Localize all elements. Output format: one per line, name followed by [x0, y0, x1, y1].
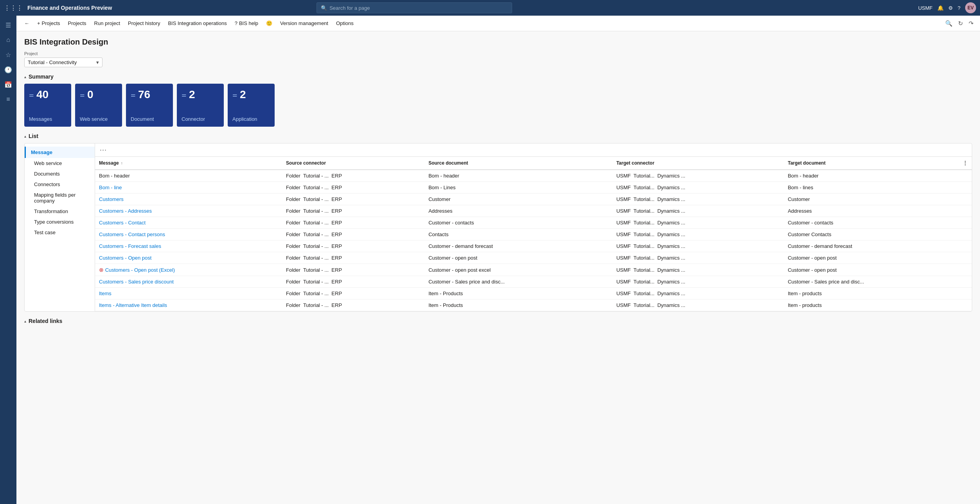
summary-card-messages[interactable]: ⚌ 40 Messages — [24, 84, 71, 127]
table-row: Customers - Open post Folder Tutorial - … — [95, 252, 972, 264]
sidebar-calendar-icon[interactable]: 📅 — [2, 78, 14, 91]
summary-section-header[interactable]: ▴ Summary — [24, 74, 972, 80]
cell-source-connector: Folder Tutorial - ... ERP — [282, 229, 424, 240]
page-content: BIS Integration Design Project Tutorial … — [16, 31, 980, 504]
col-header-source-connector[interactable]: Source connector — [282, 157, 424, 170]
table-row: Customers - Contact persons Folder Tutor… — [95, 229, 972, 240]
emoji-button[interactable]: 🙂 — [263, 19, 275, 28]
cell-target-document: Customer - demand forecast — [784, 240, 972, 252]
refresh-button[interactable]: ↻ — [957, 18, 965, 29]
list-nav-transformation[interactable]: Transformation — [25, 206, 95, 217]
toolbar-ellipsis[interactable]: ··· — [100, 146, 107, 154]
message-value[interactable]: Bom - line — [99, 185, 122, 190]
sidebar-home-icon[interactable]: ⌂ — [2, 34, 14, 46]
cell-source-document: Customer - open post — [424, 252, 612, 264]
topbar: ⋮⋮⋮ Finance and Operations Preview 🔍 Sea… — [0, 0, 980, 16]
message-value[interactable]: Customers - Contact persons — [99, 231, 165, 237]
search-placeholder: Search for a page — [329, 5, 370, 11]
list-nav-message[interactable]: Message — [25, 147, 95, 158]
table-scroll[interactable]: Message ↑ Source connector — [95, 157, 972, 311]
card-number: 40 — [36, 88, 49, 101]
message-value[interactable]: Customers - Addresses — [99, 208, 152, 214]
tally-icon: ⚌ — [131, 91, 136, 98]
summary-card-connector[interactable]: ⚌ 2 Connector — [177, 84, 224, 127]
message-value[interactable]: Customers - Sales price discount — [99, 279, 174, 285]
cell-message[interactable]: Customers - Contact persons — [95, 229, 282, 240]
data-table: Message ↑ Source connector — [95, 157, 972, 311]
add-projects-button[interactable]: + Projects — [34, 19, 63, 28]
main-area: ← + Projects Projects Run project Projec… — [16, 16, 980, 504]
cell-source-document: Addresses — [424, 205, 612, 217]
cell-message[interactable]: ⊗ Customers - Open post (Excel) — [95, 264, 282, 276]
card-icon-num: ⚌ 0 — [80, 88, 94, 101]
options-button[interactable]: Options — [333, 19, 357, 28]
col-header-target-document[interactable]: Target document ⋮ — [784, 157, 972, 170]
table-row: Items - Alternative Item details Folder … — [95, 300, 972, 311]
search-bar[interactable]: 🔍 Search for a page — [316, 2, 512, 13]
list-nav-webservice[interactable]: Web service — [25, 158, 95, 169]
help-circle-icon: ? — [235, 20, 237, 26]
card-label: Web service — [80, 116, 108, 122]
list-nav-documents[interactable]: Documents — [25, 169, 95, 179]
search-nav-button[interactable]: 🔍 — [944, 18, 954, 29]
summary-card-webservice[interactable]: ⚌ 0 Web service — [75, 84, 122, 127]
summary-card-document[interactable]: ⚌ 76 Document — [126, 84, 173, 127]
cell-message[interactable]: Items - Alternative Item details — [95, 300, 282, 311]
run-project-button[interactable]: Run project — [91, 19, 123, 28]
message-value[interactable]: Items - Alternative Item details — [99, 302, 167, 308]
cell-message[interactable]: Customers - Sales price discount — [95, 276, 282, 288]
bis-help-button[interactable]: ? BIS help — [232, 19, 261, 28]
cell-message[interactable]: Customers - Forecast sales — [95, 240, 282, 252]
help-icon[interactable]: ? — [958, 5, 960, 11]
project-value: Tutorial - Connectivity — [28, 59, 77, 65]
sidebar-favorites-icon[interactable]: ☆ — [2, 48, 14, 61]
column-menu-icon[interactable]: ⋮ — [962, 160, 968, 166]
col-header-message[interactable]: Message ↑ — [95, 157, 282, 170]
cell-message[interactable]: Bom - line — [95, 182, 282, 194]
cell-message[interactable]: Customers - Contact — [95, 217, 282, 229]
project-history-button[interactable]: Project history — [125, 19, 163, 28]
col-header-source-document[interactable]: Source document — [424, 157, 612, 170]
cell-target-document: Addresses — [784, 205, 972, 217]
list-nav-connectors[interactable]: Connectors — [25, 179, 95, 190]
message-value[interactable]: Customers - Contact — [99, 220, 146, 226]
message-value[interactable]: Customers - Forecast sales — [99, 243, 161, 249]
sidebar-left: ☰ ⌂ ☆ 🕐 📅 ≡ — [0, 16, 16, 504]
cell-source-connector: Folder Tutorial - ... ERP — [282, 252, 424, 264]
version-management-button[interactable]: Version management — [277, 19, 331, 28]
summary-card-application[interactable]: ⚌ 2 Application — [228, 84, 275, 127]
avatar[interactable]: EV — [965, 2, 976, 13]
sidebar-recent-icon[interactable]: 🕐 — [2, 63, 14, 76]
message-value[interactable]: Customers - Open post (Excel) — [105, 267, 175, 273]
back-button[interactable]: ← — [21, 19, 32, 28]
message-value[interactable]: Customers — [99, 196, 124, 202]
cell-message[interactable]: Customers — [95, 194, 282, 205]
sidebar-list-icon[interactable]: ≡ — [2, 93, 14, 106]
related-links-header[interactable]: ▴ Related links — [24, 318, 972, 324]
list-section-header[interactable]: ▴ List — [24, 133, 972, 139]
cell-message[interactable]: Customers - Open post — [95, 252, 282, 264]
summary-chevron-icon: ▴ — [24, 75, 26, 79]
card-number: 0 — [87, 88, 94, 101]
cell-target-document: Customer - open post — [784, 264, 972, 276]
gear-icon[interactable]: ⚙ — [948, 5, 953, 11]
project-selector[interactable]: Tutorial - Connectivity ▾ — [24, 57, 102, 67]
list-nav-mapping[interactable]: Mapping fields per company — [25, 190, 95, 206]
col-header-target-connector[interactable]: Target connector — [612, 157, 784, 170]
cell-message[interactable]: Customers - Addresses — [95, 205, 282, 217]
projects-button[interactable]: Projects — [65, 19, 90, 28]
card-icon-num: ⚌ 40 — [29, 88, 49, 101]
table-row: Customers Folder Tutorial - ... ERP Cust… — [95, 194, 972, 205]
message-value[interactable]: Customers - Open post — [99, 255, 151, 261]
cell-message[interactable]: Items — [95, 288, 282, 300]
bis-integration-button[interactable]: BIS Integration operations — [165, 19, 230, 28]
message-value[interactable]: Items — [99, 291, 111, 296]
list-nav-type_conversions[interactable]: Type conversions — [25, 217, 95, 227]
grid-icon[interactable]: ⋮⋮⋮ — [4, 4, 23, 12]
bell-icon[interactable]: 🔔 — [937, 5, 944, 11]
list-nav-test_case[interactable]: Test case — [25, 227, 95, 238]
page-title: BIS Integration Design — [24, 38, 972, 47]
sidebar-menu-icon[interactable]: ☰ — [2, 19, 14, 31]
cell-source-connector: Folder Tutorial - ... ERP — [282, 288, 424, 300]
forward-button[interactable]: ↷ — [967, 18, 975, 29]
